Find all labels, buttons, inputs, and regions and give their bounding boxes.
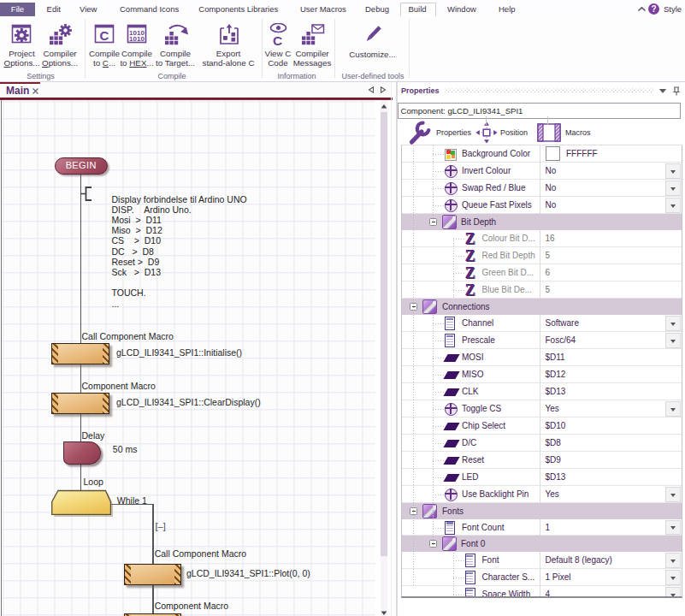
svg-text:C: C [100,28,109,43]
svg-text:1010: 1010 [129,35,145,43]
svg-text:C: C [273,33,282,47]
